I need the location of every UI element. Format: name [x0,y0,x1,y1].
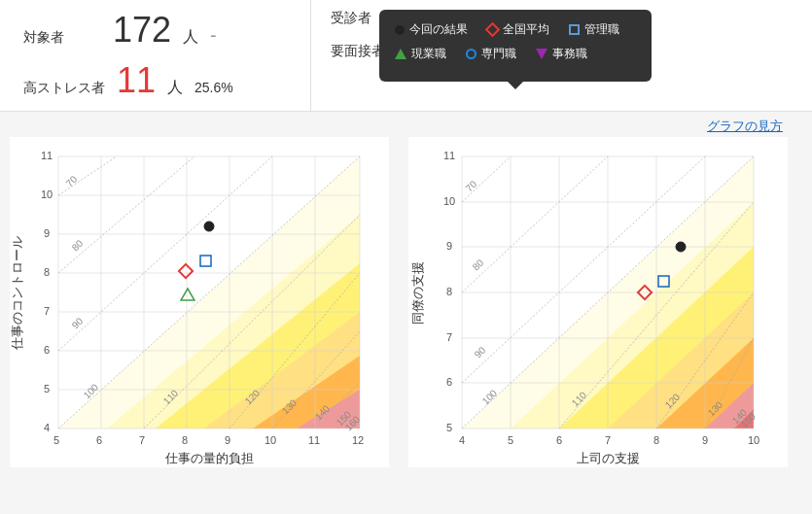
target-number: 172 [113,10,171,51]
legend-jimu: 事務職 [536,46,587,62]
svg-text:6: 6 [446,376,452,388]
chart2-svg: 70 80 90 100 110 120 130 140 150 4 [408,137,788,467]
national-icon [485,22,501,38]
svg-line-17 [58,156,117,195]
svg-text:4: 4 [459,434,465,446]
svg-text:11: 11 [443,150,455,161]
legend-arrow [508,82,523,89]
svg-text:5: 5 [508,434,513,446]
point-national [179,264,193,278]
svg-text:8: 8 [653,434,659,446]
svg-text:8: 8 [182,434,188,446]
svg-text:10: 10 [748,434,759,446]
svg-text:10: 10 [41,188,53,200]
svg-text:6: 6 [44,344,50,356]
svg-text:8: 8 [446,286,452,297]
legend-national: 全国平均 [487,21,549,38]
svg-text:11: 11 [41,150,53,161]
svg-text:9: 9 [44,227,50,239]
svg-text:10: 10 [443,195,455,207]
c2-point-current [676,242,686,252]
target-label: 対象者 [23,29,101,47]
manager-icon [569,24,580,35]
jimu-icon [536,49,547,59]
svg-text:6: 6 [96,434,102,446]
high-stress-label: 高ストレス者 [23,80,105,97]
chart1: 70 80 90 100 110 120 130 140 150 160 [10,137,389,467]
chart1-svg: 70 80 90 100 110 120 130 140 150 160 [10,137,389,467]
legend-manager-label: 管理職 [584,21,619,38]
chart2-ylabel: 同僚の支援 [410,261,425,325]
legend-national-label: 全国平均 [503,21,549,38]
svg-text:6: 6 [556,434,562,446]
svg-text:7: 7 [446,331,452,343]
point-manager [200,256,211,266]
chart1-ylabel: 仕事のコントロール [10,236,24,351]
svg-text:5: 5 [446,422,452,433]
legend-genbashoku-label: 現業職 [411,46,446,62]
svg-text:4: 4 [44,422,50,433]
svg-text:9: 9 [225,434,230,446]
legend-genbashoku: 現業職 [395,46,446,62]
high-stress-percent: 25.6% [194,80,233,95]
svg-text:7: 7 [605,434,611,446]
svg-line-77 [462,156,608,292]
graph-link[interactable]: グラフの見方 [707,118,783,135]
legend-current: 今回の結果 [395,21,468,38]
svg-text:12: 12 [352,434,364,446]
high-stress-unit: 人 [167,78,183,98]
legend-current-label: 今回の結果 [409,21,468,38]
genbashoku-icon [395,49,406,59]
target-dash: - [210,24,217,47]
svg-text:5: 5 [44,383,50,394]
chart2-xlabel: 上司の支援 [577,451,640,465]
svg-text:70: 70 [64,173,80,188]
chart2: 70 80 90 100 110 120 130 140 150 4 [408,137,788,467]
legend-manager: 管理職 [569,21,619,38]
svg-text:90: 90 [70,315,86,330]
svg-text:5: 5 [53,434,59,446]
high-stress-number: 11 [117,60,156,101]
legend-tooltip: 今回の結果 全国平均 管理職 現業職 専門職 事務職 [379,10,652,82]
legend-jimu-label: 事務職 [552,46,587,62]
point-genbashoku [181,289,194,300]
svg-text:10: 10 [265,434,276,446]
svg-text:90: 90 [473,344,488,360]
svg-text:11: 11 [308,434,320,446]
chart1-xlabel: 仕事の量的負担 [164,451,254,465]
svg-text:9: 9 [446,240,452,252]
legend-senmon-label: 専門職 [481,46,516,62]
svg-text:80: 80 [70,237,86,253]
point-current [204,222,214,231]
svg-text:70: 70 [464,178,479,193]
target-unit: 人 [183,27,198,48]
svg-text:8: 8 [44,266,50,278]
svg-text:7: 7 [139,434,145,446]
svg-text:9: 9 [702,434,708,446]
svg-text:80: 80 [471,257,486,272]
current-icon [395,25,405,35]
svg-line-19 [58,156,194,273]
svg-text:7: 7 [44,305,50,317]
senmon-icon [466,49,477,59]
legend-senmon: 専門職 [466,46,516,62]
